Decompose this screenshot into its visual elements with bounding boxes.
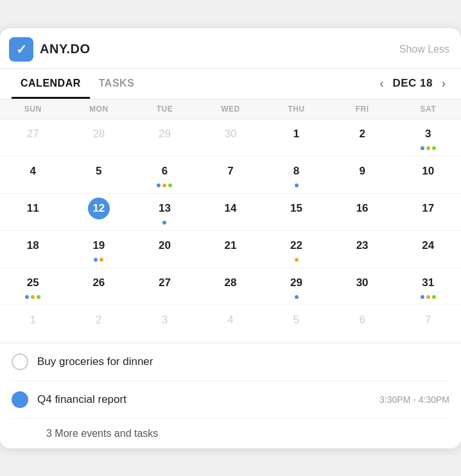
table-row[interactable]: 15 (263, 194, 329, 231)
table-row[interactable]: 13 (132, 194, 198, 231)
table-row[interactable]: 1 (0, 305, 66, 343)
dow-wed: WED (198, 99, 264, 119)
header-left: ✓ ANY.DO (9, 37, 91, 62)
table-row[interactable]: 28 (66, 119, 132, 157)
table-row[interactable]: 3 (132, 305, 198, 343)
table-row[interactable]: 30 (198, 119, 264, 157)
table-row[interactable]: 29 (132, 119, 198, 157)
table-row[interactable]: 23 (329, 231, 396, 268)
table-row[interactable]: 2 (329, 119, 396, 157)
table-row[interactable]: 8 (263, 157, 329, 194)
calendar-header-row: SUN MON TUE WED THU FRI SAT (0, 99, 461, 119)
table-row[interactable]: 27 (0, 119, 66, 157)
tab-calendar[interactable]: CALENDAR (12, 69, 90, 99)
table-row[interactable]: 29 (263, 268, 329, 305)
task-text: Buy groceries for dinner (37, 355, 153, 368)
app-name: ANY.DO (40, 42, 91, 56)
calendar-body: 2728293012345678910111213141516171819202… (0, 119, 461, 343)
dow-sat: SAT (395, 99, 461, 119)
table-row[interactable]: 26 (66, 268, 132, 305)
dow-sun: SUN (0, 99, 66, 119)
next-month-button[interactable]: › (438, 74, 449, 93)
table-row[interactable]: 10 (395, 157, 461, 194)
table-row[interactable]: 3 (395, 119, 461, 157)
show-less-button[interactable]: Show Less (399, 44, 449, 55)
table-row[interactable]: 4 (198, 305, 264, 343)
table-row[interactable]: 31 (395, 268, 461, 305)
app-logo: ✓ (9, 37, 33, 62)
dow-tue: TUE (132, 99, 198, 119)
list-item[interactable]: Q4 financial report 3:30PM - 4:30PM (12, 381, 449, 419)
table-row[interactable]: 20 (132, 231, 198, 268)
dow-mon: MON (66, 99, 132, 119)
calendar-grid: SUN MON TUE WED THU FRI SAT 272829301234… (0, 99, 461, 343)
table-row[interactable]: 16 (329, 194, 396, 231)
table-row[interactable]: 27 (132, 268, 198, 305)
table-row[interactable]: 22 (263, 231, 329, 268)
table-row[interactable]: 21 (198, 231, 264, 268)
table-row[interactable]: 18 (0, 231, 66, 268)
checkmark-icon: ✓ (16, 42, 27, 57)
tab-tasks[interactable]: TASKS (90, 69, 144, 99)
table-row[interactable]: 11 (0, 194, 66, 231)
task-list: Buy groceries for dinner Q4 financial re… (0, 343, 461, 448)
list-item[interactable]: Buy groceries for dinner (12, 343, 449, 381)
table-row[interactable]: 24 (395, 231, 461, 268)
table-row[interactable]: 7 (395, 305, 461, 343)
table-row[interactable]: 5 (66, 157, 132, 194)
task-circle-filled (12, 391, 28, 408)
table-row[interactable]: 2 (66, 305, 132, 343)
table-row[interactable]: 17 (395, 194, 461, 231)
table-row[interactable]: 1 (263, 119, 329, 157)
table-row[interactable]: 25 (0, 268, 66, 305)
table-row[interactable]: 19 (66, 231, 132, 268)
table-row[interactable]: 6 (329, 305, 396, 343)
table-row[interactable]: 30 (329, 268, 396, 305)
table-row[interactable]: 4 (0, 157, 66, 194)
table-row[interactable]: 9 (329, 157, 396, 194)
dow-fri: FRI (329, 99, 396, 119)
prev-month-button[interactable]: ‹ (376, 74, 387, 93)
task-time: 3:30PM - 4:30PM (379, 395, 449, 405)
table-row[interactable]: 7 (198, 157, 264, 194)
table-row[interactable]: 5 (263, 305, 329, 343)
month-label: DEC 18 (392, 77, 433, 90)
table-row[interactable]: 28 (198, 268, 264, 305)
nav-tabs: CALENDAR TASKS ‹ DEC 18 › (0, 69, 461, 99)
table-row[interactable]: 14 (198, 194, 264, 231)
dow-thu: THU (263, 99, 329, 119)
main-card: ✓ ANY.DO Show Less CALENDAR TASKS ‹ DEC … (0, 28, 461, 448)
month-navigation: ‹ DEC 18 › (376, 74, 449, 93)
more-events-label[interactable]: 3 More events and tasks (12, 419, 449, 448)
table-row[interactable]: 12 (66, 194, 132, 231)
task-text: Q4 financial report (37, 393, 126, 406)
table-row[interactable]: 6 (132, 157, 198, 194)
task-circle-empty (12, 353, 28, 370)
app-header: ✓ ANY.DO Show Less (0, 28, 461, 69)
